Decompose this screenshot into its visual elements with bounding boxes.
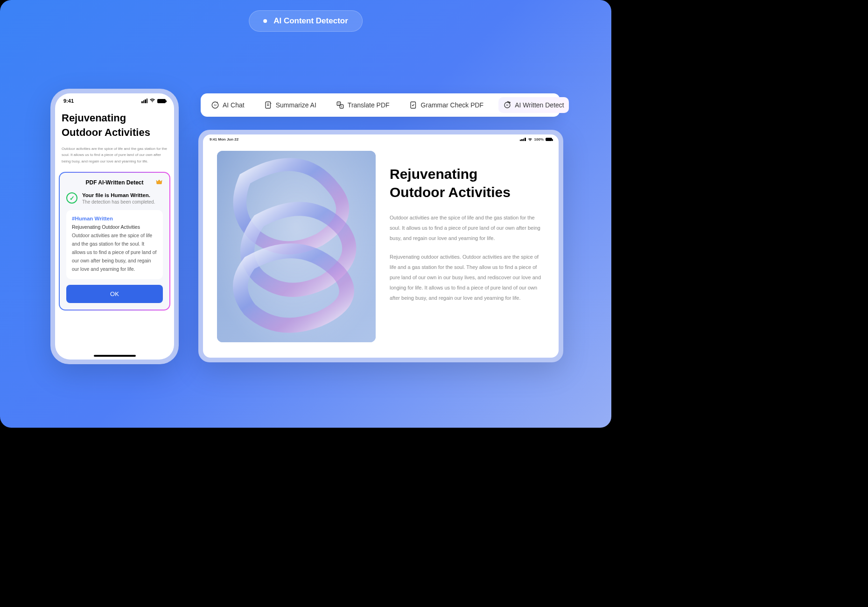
phone-time: 9:41 — [63, 98, 74, 104]
translate-icon: 文A — [336, 101, 344, 109]
tab-bar: AI AI Chat Summarize AI 文A Translate PDF… — [201, 93, 560, 117]
phone-statusbar: 9:41 — [55, 93, 174, 106]
tablet-text: Rejuvenating Outdoor Activities Outdoor … — [390, 151, 545, 342]
tablet-hero-image — [217, 151, 376, 342]
signal-icon — [141, 99, 147, 103]
signal-icon — [520, 138, 526, 141]
header-pill: AI Content Detector — [249, 10, 363, 32]
tablet-time: 9:41 Mon Jun 22 — [210, 137, 238, 141]
tablet-statusbar: 9:41 Mon Jun 22 100% — [203, 134, 559, 144]
wifi-icon — [528, 138, 532, 141]
tablet-screen: 9:41 Mon Jun 22 100% — [203, 134, 559, 358]
phone-article-title: Rejuvenating Outdoor Activities — [62, 111, 168, 140]
detect-result-box: #Human Written Rejuvenating Outdoor Acti… — [66, 210, 163, 279]
detect-result-body: Outdoor activities are the spice of life… — [72, 232, 157, 273]
detect-status-row: ✓ Your file is Human Written. The detect… — [66, 192, 163, 205]
battery-icon — [546, 138, 552, 141]
header-label: AI Content Detector — [273, 16, 348, 26]
detect-card-header: PDF AI-Written Detect — [66, 179, 163, 186]
detect-result-title: Rejuvenating Outdoor Activities — [72, 224, 157, 230]
tab-ai-detect[interactable]: AI AI Written Detect — [498, 97, 569, 113]
phone-content: Rejuvenating Outdoor Activities Outdoor … — [55, 106, 174, 314]
phone-screen: 9:41 Rejuvenating Outdoor Activities Out… — [55, 93, 174, 360]
tablet-battery-status: 100% — [520, 137, 552, 141]
detect-status-sub: The detection has been completed. — [82, 199, 155, 205]
svg-text:A: A — [341, 106, 342, 108]
battery-icon — [157, 99, 166, 103]
wifi-icon — [149, 98, 155, 104]
detect-status-title: Your file is Human Written. — [82, 192, 155, 198]
tab-ai-chat[interactable]: AI AI Chat — [206, 97, 249, 113]
phone-mockup: 9:41 Rejuvenating Outdoor Activities Out… — [50, 89, 179, 364]
ok-button[interactable]: OK — [66, 285, 163, 303]
check-circle-icon: ✓ — [66, 192, 77, 204]
tablet-article-title: Rejuvenating Outdoor Activities — [390, 165, 545, 201]
svg-text:AI: AI — [214, 104, 217, 106]
tab-grammar[interactable]: Grammar Check PDF — [405, 97, 489, 113]
tablet-content: Rejuvenating Outdoor Activities Outdoor … — [203, 144, 559, 349]
home-indicator — [94, 355, 136, 357]
ai-detect-icon: AI — [503, 101, 511, 109]
tab-translate[interactable]: 文A Translate PDF — [331, 97, 394, 113]
tablet-para-2: Rejuvenating outdoor activities. Outdoor… — [390, 252, 545, 303]
ai-chat-icon: AI — [211, 101, 219, 109]
grammar-icon — [409, 101, 418, 109]
svg-rect-2 — [266, 102, 271, 108]
tab-summarize[interactable]: Summarize AI — [259, 97, 321, 113]
phone-status-icons — [141, 98, 166, 104]
crown-icon — [155, 179, 163, 187]
tablet-mockup: 9:41 Mon Jun 22 100% — [198, 130, 563, 362]
dot-icon — [263, 19, 267, 23]
phone-article-body: Outdoor activities are the spice of life… — [62, 146, 168, 165]
detect-result-tag: #Human Written — [72, 216, 157, 221]
detect-card: PDF AI-Written Detect ✓ Your file is Hum… — [60, 173, 169, 309]
canvas: AI Content Detector 9:41 Rejuvenating — [0, 0, 611, 428]
svg-text:AI: AI — [506, 104, 509, 106]
summarize-icon — [264, 101, 273, 109]
svg-text:文: 文 — [337, 102, 340, 105]
tablet-para-1: Outdoor activities are the spice of life… — [390, 212, 545, 243]
